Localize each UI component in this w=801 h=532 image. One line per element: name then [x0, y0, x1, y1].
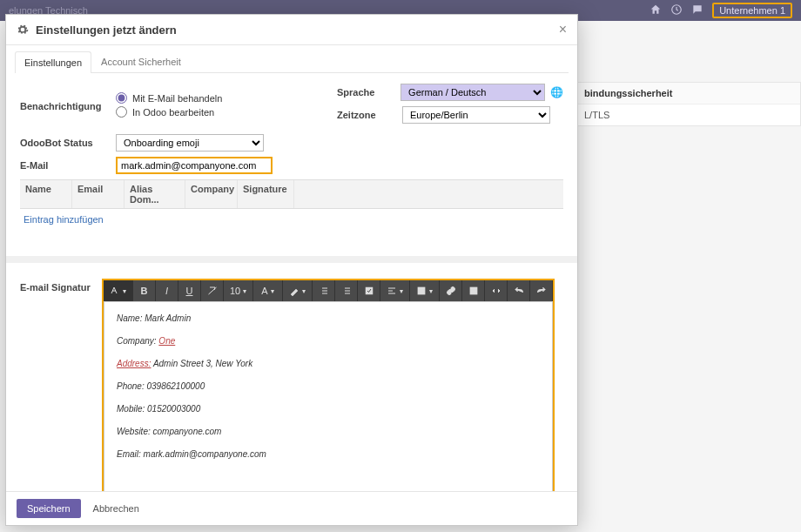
home-icon[interactable]: [650, 3, 662, 17]
label-notification: Benachrichtigung: [20, 101, 116, 111]
chat-icon[interactable]: [691, 3, 703, 17]
editor-toolbar: ▾ B I U 10▾ A▾ ▾ ▾ ▾: [104, 280, 553, 301]
signature-editor-wrap: ▾ B I U 10▾ A▾ ▾ ▾ ▾: [102, 279, 555, 491]
list-ul-button[interactable]: [313, 280, 335, 301]
undo-button[interactable]: [508, 280, 530, 301]
list-ol-button[interactable]: [335, 280, 358, 301]
col-alias: Alias Dom...: [125, 180, 185, 208]
clock-icon[interactable]: [670, 3, 683, 17]
col-name: Name: [20, 180, 72, 208]
clear-format-button[interactable]: [201, 280, 224, 301]
language-select[interactable]: German / Deutsch: [400, 84, 545, 101]
tabs: Einstellungen Account Sicherheit: [15, 51, 569, 73]
checklist-button[interactable]: [358, 280, 380, 301]
col-email: Email: [72, 180, 125, 208]
preferences-modal: Einstellungen jetzt ändern × Einstellung…: [5, 14, 578, 526]
timezone-select[interactable]: Europe/Berlin: [402, 106, 550, 124]
alias-grid: Name Email Alias Dom... Company Signatur…: [20, 179, 563, 230]
radio-in-odoo-label: In Odoo bearbeiten: [132, 107, 214, 118]
highlight-dropdown[interactable]: ▾: [283, 280, 313, 301]
label-timezone: Zeitzone: [337, 110, 402, 120]
bold-button[interactable]: B: [133, 280, 156, 301]
odoobot-select[interactable]: Onboarding emoji: [116, 134, 264, 152]
redo-button[interactable]: [530, 280, 553, 301]
tab-security[interactable]: Account Sicherheit: [91, 51, 191, 72]
cancel-button[interactable]: Abbrechen: [88, 499, 145, 518]
radio-in-odoo[interactable]: [116, 106, 127, 118]
modal-header: Einstellungen jetzt ändern ×: [6, 15, 577, 45]
image-button[interactable]: [462, 280, 485, 301]
svg-rect-3: [470, 287, 477, 294]
bg-panel: bindungssicherheit L/TLS: [575, 82, 801, 126]
style-dropdown[interactable]: ▾: [104, 280, 133, 301]
code-button[interactable]: [485, 280, 508, 301]
gear-icon: [17, 24, 29, 36]
label-language: Sprache: [337, 87, 400, 98]
close-icon[interactable]: ×: [559, 22, 567, 37]
bg-panel-value: L/TLS: [576, 104, 800, 125]
label-odoobot: OdooBot Status: [20, 138, 116, 148]
globe-icon[interactable]: 🌐: [550, 86, 563, 98]
table-dropdown[interactable]: ▾: [410, 280, 440, 301]
label-signature: E-mail Signatur: [20, 282, 102, 293]
company-switcher[interactable]: Unternehmen 1: [712, 3, 792, 18]
link-button[interactable]: [440, 280, 462, 301]
font-color-dropdown[interactable]: A▾: [253, 280, 283, 301]
signature-editor[interactable]: Name: Mark Admin Company: One Address: A…: [104, 301, 553, 491]
label-email: E-Mail: [20, 160, 116, 171]
email-field[interactable]: [116, 157, 273, 174]
save-button[interactable]: Speichern: [17, 499, 81, 518]
bg-panel-header: bindungssicherheit: [576, 83, 800, 104]
align-dropdown[interactable]: ▾: [380, 280, 410, 301]
radio-by-email[interactable]: [116, 92, 127, 104]
col-signature: Signature: [238, 180, 294, 208]
font-size-dropdown[interactable]: 10▾: [224, 280, 253, 301]
add-entry-link[interactable]: Eintrag hinzufügen: [20, 209, 563, 230]
radio-by-email-label: Mit E-Mail behandeln: [132, 93, 222, 104]
underline-button[interactable]: U: [178, 280, 201, 301]
modal-footer: Speichern Abbrechen: [6, 491, 577, 525]
col-company: Company: [185, 180, 238, 208]
tab-settings[interactable]: Einstellungen: [15, 51, 91, 73]
modal-title: Einstellungen jetzt ändern: [36, 24, 559, 37]
italic-button[interactable]: I: [156, 280, 178, 301]
